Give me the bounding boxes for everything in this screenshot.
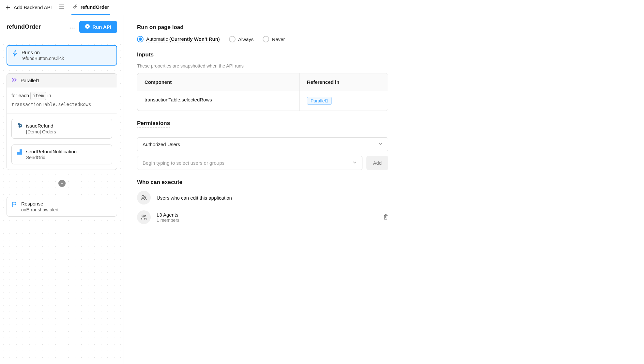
- users-icon: [137, 191, 151, 205]
- radio-automatic[interactable]: Automatic (Currently Won't Run): [137, 36, 220, 42]
- tab-refundorder[interactable]: refundOrder: [71, 0, 111, 15]
- parallel-icon: [11, 78, 17, 83]
- step-issuerefund[interactable]: issueRefund [Demo] Orders: [11, 119, 112, 139]
- connector: [62, 190, 62, 197]
- th-referenced: Referenced in: [300, 73, 388, 91]
- parallel-title: Parallel1: [21, 78, 39, 83]
- table-header: Component Referenced in: [137, 73, 388, 91]
- inputs-title: Inputs: [137, 52, 631, 58]
- parallel-block[interactable]: Parallel1 for each item in transactionTa…: [7, 73, 117, 170]
- tab-label: refundOrder: [81, 4, 109, 10]
- svg-point-6: [18, 125, 19, 126]
- run-api-button[interactable]: Run API: [79, 21, 117, 33]
- exec-title: Users who can edit this application: [157, 195, 388, 201]
- radio-always[interactable]: Always: [229, 36, 254, 42]
- select-value: Authorized Users: [143, 142, 180, 147]
- svg-rect-9: [20, 149, 22, 152]
- connector: [62, 170, 62, 176]
- step-title: sendRefundNotification: [26, 149, 77, 154]
- td-referenced: Parallel1: [300, 91, 388, 111]
- svg-point-2: [70, 27, 71, 28]
- td-component: transactionTable.selectedRows: [137, 91, 300, 111]
- svg-rect-10: [20, 152, 22, 155]
- users-groups-input[interactable]: Begin typing to select users or groups: [137, 156, 362, 170]
- radio-label: Automatic (Currently Won't Run): [146, 36, 220, 42]
- svg-point-12: [145, 196, 146, 198]
- add-button[interactable]: Add: [366, 156, 388, 170]
- exec-title: L3 Agents: [157, 212, 377, 218]
- postgres-icon: [16, 123, 23, 129]
- svg-point-13: [142, 215, 144, 217]
- input-placeholder: Begin typing to select users or groups: [143, 160, 224, 166]
- run-on-load-radios: Automatic (Currently Won't Run) Always N…: [137, 36, 631, 42]
- add-step-button[interactable]: [58, 180, 66, 187]
- step-sendrefundnotification[interactable]: sendRefundNotification SendGrid: [11, 144, 112, 164]
- plug-icon: [73, 4, 78, 10]
- api-title: refundOrder: [7, 23, 41, 30]
- reference-chip[interactable]: Parallel1: [307, 97, 332, 105]
- radio-input[interactable]: [137, 36, 144, 42]
- radio-never[interactable]: Never: [263, 36, 285, 42]
- add-backend-label: Add Backend API: [14, 5, 52, 10]
- svg-rect-8: [17, 152, 20, 155]
- sendgrid-icon: [16, 149, 23, 155]
- radio-input[interactable]: [229, 36, 236, 42]
- delete-icon[interactable]: [383, 214, 388, 221]
- runs-on-title: Runs on: [22, 50, 64, 55]
- svg-point-14: [145, 216, 146, 217]
- th-component: Component: [137, 73, 300, 91]
- radio-label: Always: [238, 37, 254, 42]
- foreach-item: item: [30, 92, 46, 100]
- plus-icon: [5, 5, 10, 10]
- play-icon: [85, 24, 90, 30]
- table-row: transactionTable.selectedRows Parallel1: [137, 91, 388, 111]
- chevron-down-icon: [378, 142, 383, 147]
- connector: [62, 139, 62, 144]
- add-backend-api-button[interactable]: Add Backend API: [5, 5, 52, 10]
- permissions-title: Permissions: [137, 120, 170, 128]
- svg-point-3: [72, 27, 73, 28]
- chevron-down-icon: [352, 160, 357, 166]
- response-sub: onError show alert: [21, 207, 58, 212]
- authorized-users-select[interactable]: Authorized Users: [137, 137, 388, 151]
- runs-on-sub: refundButton.onClick: [22, 56, 64, 61]
- run-on-load-title: Run on page load: [137, 24, 631, 31]
- svg-point-7: [20, 125, 21, 126]
- runs-on-block[interactable]: Runs on refundButton.onClick: [7, 45, 117, 66]
- exec-item-editors: Users who can edit this application: [137, 191, 388, 205]
- connector: [62, 66, 62, 73]
- more-options-icon[interactable]: [68, 23, 76, 31]
- menu-icon[interactable]: [58, 3, 66, 11]
- radio-label: Never: [272, 37, 285, 42]
- svg-point-4: [74, 27, 75, 28]
- inputs-table: Component Referenced in transactionTable…: [137, 73, 388, 111]
- step-sub: SendGrid: [26, 155, 77, 160]
- users-icon: [137, 210, 151, 224]
- flag-icon: [11, 202, 18, 208]
- run-api-label: Run API: [92, 24, 111, 30]
- step-title: issueRefund: [26, 123, 56, 129]
- svg-point-11: [142, 195, 144, 197]
- step-sub: [Demo] Orders: [26, 129, 56, 134]
- exec-sub: 1 members: [157, 218, 377, 223]
- who-execute-title: Who can execute: [137, 179, 631, 186]
- response-title: Response: [21, 201, 58, 206]
- radio-input[interactable]: [263, 36, 269, 42]
- lightning-icon: [12, 50, 18, 57]
- foreach-code: transactionTable.selectedRows: [11, 102, 91, 107]
- exec-item-l3agents: L3 Agents 1 members: [137, 210, 388, 224]
- response-block[interactable]: Response onError show alert: [7, 197, 117, 217]
- foreach-expression: for each item in transactionTable.select…: [7, 87, 117, 114]
- inputs-sub: These properties are snapshotted when th…: [137, 63, 631, 68]
